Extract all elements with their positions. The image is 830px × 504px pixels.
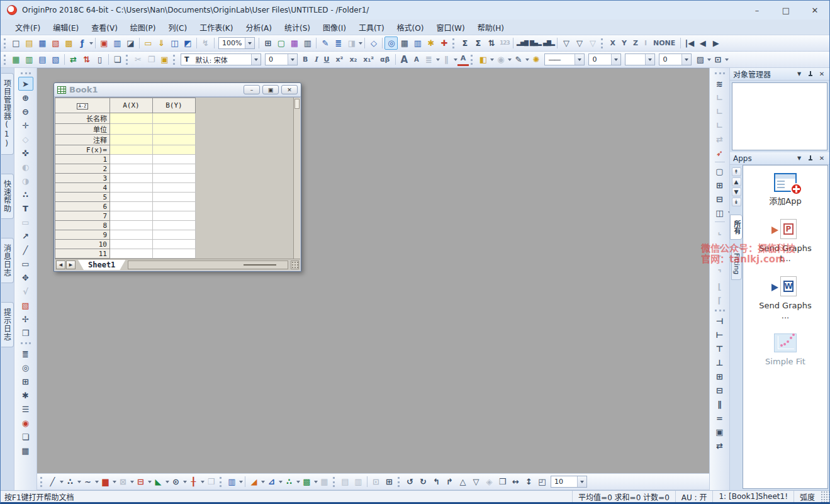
line-symbol-plot-icon[interactable]: ~ [81, 475, 94, 488]
fill-color-icon[interactable]: ◧ [476, 53, 490, 66]
edit-document-icon[interactable]: ✎ [318, 36, 332, 50]
stock-plot-icon[interactable]: ╂ [187, 475, 200, 488]
line-width-combo[interactable]: 0 [588, 53, 621, 65]
row-header[interactable]: 7 [55, 211, 110, 221]
row-header[interactable]: 3 [55, 174, 110, 183]
print-icon[interactable]: ⊞ [261, 36, 274, 50]
sheet-cell[interactable] [153, 183, 196, 193]
border-color-combo[interactable] [625, 53, 655, 65]
menu-column[interactable]: 列(C) [162, 20, 193, 35]
frame-style-b-icon[interactable]: ⌟ [712, 238, 727, 252]
column-plot-icon[interactable]: ▆ [99, 475, 112, 488]
order-list-icon[interactable]: ☰ [18, 402, 33, 416]
rescale-axes-icon[interactable]: ⊞ [383, 475, 396, 488]
slide-show-icon[interactable]: ▢ [274, 36, 288, 50]
decrease-font-button[interactable]: A [411, 53, 422, 66]
special-plot-icon[interactable]: ⊠ [116, 475, 130, 488]
toolbar-grip[interactable] [471, 55, 473, 65]
sheet-cell[interactable] [153, 221, 196, 230]
line-color-pencil-icon[interactable]: ✎ [512, 53, 525, 66]
combo-arrow-icon[interactable] [575, 54, 584, 65]
underline-button[interactable]: U [321, 53, 333, 66]
send-graphs-ppt-item[interactable]: P Send Graphs t... [743, 219, 827, 264]
row-header[interactable]: 4 [55, 183, 110, 193]
row-header[interactable]: 9 [55, 230, 110, 240]
row-header-comments[interactable]: 注释 [55, 135, 110, 145]
new-function-plot-icon[interactable]: ƒ [76, 36, 89, 50]
zoom-in-tool-icon[interactable]: ⊕ [18, 91, 33, 104]
combo-arrow-icon[interactable] [251, 54, 261, 65]
toolbar-grip[interactable] [601, 38, 603, 48]
sheet-cell[interactable] [110, 202, 153, 211]
align-horizontal-center-icon[interactable]: ⊟ [712, 383, 727, 397]
border-width-combo[interactable]: 0 [659, 53, 692, 65]
data-selector-icon[interactable]: ✜ [18, 146, 33, 160]
nav-first-icon[interactable]: |◀ [683, 36, 696, 50]
align-vertical-center-icon[interactable]: ⊞ [712, 369, 727, 383]
sheet-cell[interactable] [153, 145, 196, 155]
apps-tab-fitting[interactable]: Fitting [731, 247, 742, 280]
apps-close-icon[interactable]: ✕ [817, 154, 826, 163]
sheet-cell[interactable] [110, 249, 153, 259]
toolbar-grip[interactable] [333, 477, 335, 487]
scroll-down-icon[interactable]: ▼ [732, 188, 741, 196]
line-plot-icon[interactable]: ╱ [46, 475, 59, 488]
rearrange-tool-icon[interactable]: ✢ [18, 312, 33, 326]
tab-hint-log[interactable]: 提示日志 [1, 302, 14, 347]
frame-style-f-icon[interactable]: ⌈ [712, 293, 727, 307]
scroll-to-bottom-icon[interactable]: ↡ [732, 198, 741, 206]
3d-wireframe-plot-icon[interactable]: ⊿ [265, 475, 278, 488]
sheet-cell[interactable] [153, 211, 196, 221]
horizontal-scrollbar[interactable] [128, 260, 288, 269]
distribute-vertical-icon[interactable]: = [712, 411, 727, 425]
maximize-button[interactable]: □ [771, 1, 800, 20]
zoom-axes-icon[interactable]: ⊡ [369, 475, 383, 488]
import-wizard-icon[interactable]: ⇓ [155, 36, 168, 50]
status-autoupdate[interactable]: AU : 开 [675, 491, 713, 502]
code-builder-icon[interactable]: ▦ [398, 36, 411, 50]
3d-bar-plot-icon[interactable]: ▥ [225, 475, 238, 488]
3d-window-icon[interactable]: ❒ [205, 475, 218, 488]
status-resize-grip[interactable] [821, 491, 829, 502]
frame-style-e-icon[interactable]: ⌊ [712, 279, 727, 293]
vertical-scrollbar[interactable] [293, 98, 300, 259]
row-header[interactable]: 8 [55, 221, 110, 230]
paste-icon[interactable]: ▣ [158, 53, 171, 66]
uniform-size-icon[interactable]: ▣ [712, 425, 727, 439]
histogram-icon[interactable]: ▇▄▂ [529, 36, 542, 50]
snapshot-icon[interactable]: ◨ [345, 36, 358, 50]
menu-analysis[interactable]: 分析(A) [240, 20, 278, 35]
tilt-right-icon[interactable]: ↱ [443, 475, 456, 488]
sheet-cell[interactable] [110, 145, 153, 155]
date-stamp-icon[interactable]: ◉ [18, 416, 33, 430]
object-manager-close-icon[interactable]: ✕ [817, 70, 826, 79]
new-matrix-icon[interactable]: ▩ [62, 36, 76, 50]
row-header-fx[interactable]: F(x)= [55, 145, 110, 155]
pan-tool-icon[interactable]: ✥ [18, 271, 33, 284]
distribute-horizontal-icon[interactable]: ∥ [712, 397, 727, 411]
layer-lines-icon[interactable]: ≣ [18, 347, 33, 361]
hatch-pattern-icon[interactable]: ▨ [693, 53, 707, 66]
greek-button[interactable]: αβ [377, 53, 393, 66]
align-top-icon[interactable]: ⊤ [712, 342, 727, 356]
move-column-icon[interactable]: ⇄ [67, 53, 80, 66]
scrollbar-thumb[interactable] [244, 264, 276, 266]
fit-frame-icon[interactable]: ◈ [483, 475, 496, 488]
row-header[interactable]: 2 [55, 164, 110, 174]
merge-layers-icon[interactable]: ⊟ [712, 192, 727, 206]
sheet-cell[interactable] [110, 155, 153, 164]
annotation-tool-icon[interactable]: ◇ [18, 132, 33, 146]
statistics-on-column-icon[interactable]: Σ [458, 36, 471, 50]
menu-edit[interactable]: 编辑(E) [47, 20, 84, 35]
frame-tool-icon[interactable]: ▭ [18, 215, 33, 229]
hide-y-button[interactable]: Y [619, 37, 630, 50]
zoom-out-tool-icon[interactable]: ⊖ [18, 104, 33, 118]
sheet-cell[interactable] [110, 240, 153, 249]
book1-restore-button[interactable]: ▣ [262, 85, 279, 94]
draw-data-icon[interactable]: ∴ [18, 188, 33, 201]
sheet-cell[interactable] [153, 202, 196, 211]
open-template-icon[interactable]: ▤ [23, 36, 36, 50]
minimize-button[interactable]: – [743, 1, 771, 20]
toolbar-grip[interactable] [452, 38, 454, 48]
sheet-cell[interactable] [153, 164, 196, 174]
